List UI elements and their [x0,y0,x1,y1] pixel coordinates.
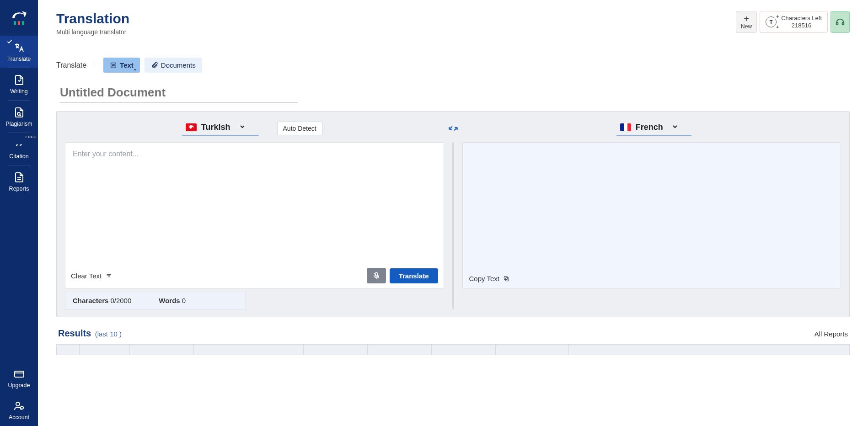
sidebar-label: Account [9,414,29,421]
clear-text-label: Clear Text [71,272,102,280]
clear-text-button[interactable]: Clear Text [71,272,113,280]
words-label: Words [159,297,180,304]
stats-bar: Characters0/2000 Words0 [65,292,246,309]
sidebar-item-account[interactable]: Account [0,394,38,426]
sidebar-item-plagiarism[interactable]: Plagiarism [0,101,38,133]
target-language-select[interactable]: French [616,121,691,136]
all-reports-link[interactable]: All Reports [814,330,848,338]
sidebar-item-reports[interactable]: Reports [0,165,38,197]
translate-button[interactable]: Translate [390,268,438,283]
main-content: Translation Multi language translator + … [38,0,868,426]
sidebar: Translate Writing Plagiarism FREE Citati… [0,0,38,426]
source-language-name: Turkish [201,122,230,132]
svg-line-4 [20,115,21,117]
new-label: New [741,23,752,30]
page-title: Translation [56,11,129,27]
sidebar-item-translate[interactable]: Translate [0,36,38,68]
token-icon: T [766,16,777,27]
text-icon [110,62,117,69]
sidebar-item-upgrade[interactable]: Upgrade [0,362,38,394]
mic-off-icon [372,272,380,280]
translate-icon [14,42,25,53]
svg-point-9 [16,402,20,406]
copy-text-button[interactable]: Copy Text [469,275,510,282]
support-button[interactable] [830,11,850,33]
svg-rect-0 [14,21,16,25]
chars-value: 0/2000 [110,297,131,304]
svg-rect-1 [18,21,20,25]
account-icon [14,400,25,411]
sidebar-label: Reports [9,186,29,192]
plus-icon: + [744,14,749,23]
sidebar-item-citation[interactable]: FREE Citation [0,133,38,165]
microphone-button[interactable] [367,268,386,283]
translation-panel: Turkish Auto Detect French [56,111,850,317]
svg-rect-12 [842,22,844,25]
words-value: 0 [182,297,186,304]
svg-rect-2 [22,21,24,25]
io-divider[interactable] [452,142,454,309]
svg-rect-7 [15,371,24,377]
chevron-down-icon: ⌄ [133,66,137,72]
svg-point-10 [21,406,23,409]
tab-documents-label: Documents [161,61,196,69]
new-button[interactable]: + New [736,11,757,33]
flag-france-icon [620,123,631,131]
source-language-select[interactable]: Turkish [182,121,259,136]
swap-languages-button[interactable] [444,122,462,134]
sidebar-label: Writing [10,88,28,95]
document-title-input[interactable] [60,84,298,103]
results-subtitle: (last 10 ) [95,330,122,338]
chevron-down-icon [239,123,246,132]
writing-icon [14,75,25,85]
sidebar-label: Citation [9,153,28,160]
target-language-name: French [636,122,663,132]
tabs-section-label: Translate [56,61,95,69]
citation-icon [14,139,25,150]
svg-point-3 [17,112,20,115]
results-table-header [56,344,850,355]
clear-icon [105,272,113,279]
app-logo [10,8,28,27]
copy-text-label: Copy Text [469,275,499,282]
tab-text[interactable]: Text ⌄ [103,58,140,73]
svg-rect-11 [836,22,838,25]
sidebar-label: Upgrade [8,382,30,389]
source-text-area[interactable]: Enter your content... Clear Text Transla [65,142,444,288]
reports-icon [14,172,25,183]
chevron-down-icon [671,123,679,132]
chars-left-label: Characters Left [781,15,822,22]
source-placeholder: Enter your content... [73,150,139,158]
sidebar-label: Plagiarism [5,121,32,127]
sidebar-label: Translate [7,56,31,62]
attachment-icon [151,62,158,69]
upgrade-icon [14,368,25,379]
chars-left-value: 218516 [792,22,811,29]
tab-documents[interactable]: Documents [145,58,202,73]
plagiarism-icon [14,107,25,118]
flag-turkey-icon [186,123,197,131]
page-header: Translation Multi language translator [56,11,129,36]
sidebar-item-writing[interactable]: Writing [0,68,38,100]
page-subtitle: Multi language translator [56,28,129,36]
copy-icon [503,275,510,282]
characters-left-pill[interactable]: T Characters Left 218516 [760,11,828,33]
tab-text-label: Text [120,61,134,69]
check-icon [6,38,13,46]
auto-detect-button[interactable]: Auto Detect [277,122,322,135]
results-title: Results [58,328,91,338]
chars-label: Characters [73,297,108,304]
target-text-area: Copy Text [462,142,841,288]
free-badge: FREE [26,135,36,139]
